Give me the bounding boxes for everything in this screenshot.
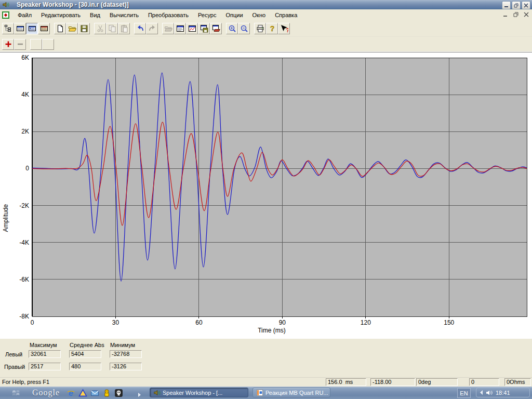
- help-icon: ?: [268, 24, 276, 33]
- windows-flag-icon[interactable]: [11, 389, 21, 397]
- y-tick-label: -6K: [7, 276, 29, 283]
- x-tick-label: 120: [354, 319, 377, 326]
- save-button[interactable]: [78, 23, 90, 34]
- cut-button[interactable]: [94, 23, 106, 34]
- menu-bar: ФайлРедактироватьВидВычислитьПреобразова…: [0, 9, 532, 21]
- paste-icon: [120, 24, 128, 33]
- robot-app-icon[interactable]: [102, 389, 111, 397]
- undo-icon: [136, 24, 144, 33]
- new-file-button[interactable]: [54, 23, 66, 34]
- minimize-button[interactable]: [502, 1, 511, 9]
- save-icon: [80, 24, 88, 33]
- open-folder-button[interactable]: [66, 23, 78, 34]
- open-recent-button[interactable]: [162, 23, 174, 34]
- blank-slot-2-button[interactable]: [42, 39, 54, 50]
- skull-app-icon[interactable]: [114, 389, 123, 397]
- y-tick-label: 6K: [7, 54, 29, 61]
- tree-view-icon: [4, 24, 12, 33]
- menu-item-8[interactable]: Справка: [270, 10, 302, 20]
- zoom-out-button[interactable]: [238, 23, 250, 34]
- zoom-out-icon: [240, 24, 248, 33]
- menu-item-3[interactable]: Вычислить: [105, 10, 143, 20]
- mdi-minimize-button[interactable]: [502, 11, 509, 18]
- window-chart-button[interactable]: [186, 23, 198, 34]
- y-tick-label: -4K: [7, 239, 29, 246]
- y-tick-label: 4K: [7, 91, 29, 98]
- copy-icon: [108, 24, 116, 33]
- x-tick-label: 0: [21, 319, 44, 326]
- mdi-minimize-icon: [503, 12, 508, 17]
- mdi-close-icon: [524, 12, 529, 17]
- add-point-button[interactable]: [2, 39, 14, 50]
- internet-explorer-icon[interactable]: e: [66, 389, 75, 397]
- zoom-in-button[interactable]: [226, 23, 238, 34]
- close-icon: [524, 3, 528, 8]
- copy-button[interactable]: [106, 23, 118, 34]
- restore-icon: [514, 3, 518, 8]
- blank-slot-1-button[interactable]: [30, 39, 42, 50]
- triangle-app-icon[interactable]: [78, 389, 87, 397]
- dataset-grid-small-icon: [16, 24, 24, 33]
- task-button-1[interactable]: Реакция MB Quart RU...: [252, 388, 330, 397]
- dataset-grid-medium-button[interactable]: [26, 23, 38, 34]
- menu-item-4[interactable]: Преобразовать: [143, 10, 193, 20]
- restore-button[interactable]: [512, 1, 521, 9]
- mdi-restore-button[interactable]: [512, 11, 520, 18]
- stats-value-0-2: -32768: [110, 350, 142, 358]
- stats-row-label-1: Правый: [4, 364, 25, 370]
- desktop: { "window": { "title": "Speaker Workshop…: [0, 0, 532, 399]
- task-button-0[interactable]: Speaker Workshop - [...: [150, 388, 248, 397]
- window-import-button[interactable]: [210, 23, 222, 34]
- tray-chevron-icon[interactable]: [480, 390, 483, 395]
- menu-item-6[interactable]: Опции: [221, 10, 247, 20]
- redo-button[interactable]: [146, 23, 158, 34]
- y-tick-label: 2K: [7, 128, 29, 135]
- window-save-icon: [200, 24, 208, 33]
- x-tick-label: 90: [271, 319, 294, 326]
- menu-item-5[interactable]: Ресурс: [193, 10, 221, 20]
- window-text-icon: [176, 24, 184, 33]
- app-icon: [2, 1, 9, 8]
- zoom-in-icon: [228, 24, 236, 33]
- mdi-close-button[interactable]: [523, 11, 530, 18]
- blank-slot-2-icon: [44, 40, 52, 48]
- stats-header-0: Максимум: [30, 342, 57, 348]
- google-deskbar-logo[interactable]: Google: [32, 388, 60, 397]
- window-title: Speaker Workshop - [30.in.r (dataset)]: [17, 1, 129, 8]
- close-button[interactable]: [522, 1, 530, 9]
- remove-point-button[interactable]: [14, 39, 26, 50]
- window-text-button[interactable]: [174, 23, 186, 34]
- menu-item-2[interactable]: Вид: [85, 10, 105, 20]
- tree-view-button[interactable]: [2, 23, 14, 34]
- help-button[interactable]: ?: [266, 23, 278, 34]
- x-tick-label: 30: [104, 319, 127, 326]
- svg-text:?: ?: [270, 24, 274, 33]
- dataset-grid-large-button[interactable]: [38, 23, 50, 34]
- x-tick-label: 150: [437, 319, 460, 326]
- stats-value-0-1: 5404: [69, 350, 101, 358]
- context-help-button[interactable]: ?: [278, 23, 290, 34]
- chart-area: 6K4K2K0-2K-4K-6K-8K0306090120150 Amplitu…: [0, 52, 532, 339]
- print-button[interactable]: [254, 23, 266, 34]
- blank-slot-1-icon: [32, 40, 41, 48]
- undo-button[interactable]: [134, 23, 146, 34]
- context-help-icon: ?: [280, 24, 288, 33]
- edit-toolbar: [0, 37, 532, 52]
- stats-value-1-0: 2517: [29, 363, 61, 370]
- y-tick-label: -2K: [7, 202, 29, 209]
- print-icon: [256, 24, 264, 33]
- waveform-plot[interactable]: [0, 52, 532, 339]
- language-indicator[interactable]: EN: [457, 388, 471, 398]
- volume-icon[interactable]: [486, 390, 493, 396]
- statistics-panel: МаксимумСреднее AbsМинимумЛевый320615404…: [0, 338, 532, 378]
- open-folder-icon: [68, 24, 76, 33]
- quick-launch-chevron-icon[interactable]: [137, 390, 141, 399]
- paste-button[interactable]: [118, 23, 130, 34]
- window-save-button[interactable]: [198, 23, 210, 34]
- dataset-grid-small-button[interactable]: [14, 23, 26, 34]
- menu-item-0[interactable]: Файл: [13, 10, 36, 20]
- mail-app-icon[interactable]: [90, 389, 99, 397]
- task-button-label: Реакция MB Quart RU...: [265, 390, 328, 396]
- menu-item-1[interactable]: Редактировать: [36, 10, 85, 20]
- menu-item-7[interactable]: Окно: [248, 10, 271, 20]
